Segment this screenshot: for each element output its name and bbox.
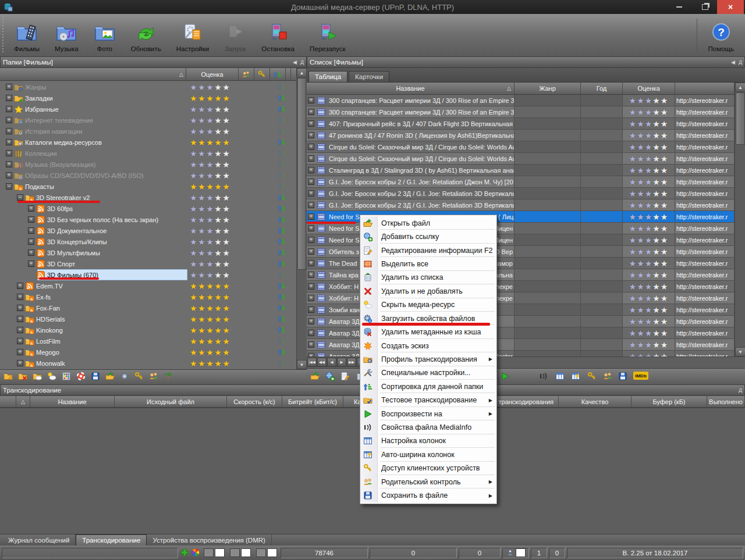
- table-row[interactable]: +300 спартанцев: Расцвет империи 3Д / 30…: [307, 95, 735, 106]
- bottom-tab-1[interactable]: Транскодирование: [76, 534, 147, 545]
- table-cell-rating[interactable]: ★★★★★: [623, 130, 675, 141]
- media-url-link[interactable]: http://stereotraker.r: [676, 318, 728, 325]
- table-cell-name[interactable]: +300 спартанцев: Расцвет империи 3Д / 30…: [307, 106, 515, 118]
- фото-button[interactable]: Фото: [87, 15, 123, 55]
- tree-scroll-down-icon[interactable]: ▼: [297, 360, 307, 369]
- transcoding-column-Исходный файл[interactable]: Исходный файл: [115, 396, 227, 407]
- table-cell-year[interactable]: [581, 281, 623, 293]
- tree-item[interactable]: +История навигации★★★★★: [0, 126, 307, 137]
- table-row[interactable]: +47 ронинов 3Д / 47 Ronin 3D ( Лицензия …: [307, 130, 735, 141]
- table-cell-url[interactable]: http://stereotraker.r: [675, 106, 735, 118]
- table-cell-rating[interactable]: ★★★★★: [623, 188, 675, 199]
- table-cell-genre[interactable]: [515, 199, 581, 211]
- table-cell-genre[interactable]: [515, 153, 581, 165]
- key-icon-button[interactable]: [587, 372, 597, 383]
- tree-scrollbar[interactable]: ▲ ▼: [296, 68, 307, 369]
- table-cell-name[interactable]: +G.I. Joe: Бросок кобры 2 / G.I. Joe: Re…: [307, 176, 515, 188]
- media-url-link[interactable]: http://stereotraker.r: [676, 283, 728, 290]
- menu-item[interactable]: Сортировка для данной папки: [360, 380, 496, 393]
- table-cell-year[interactable]: [581, 258, 623, 269]
- expand-plus-icon[interactable]: +: [17, 349, 23, 355]
- table-cell-year[interactable]: [581, 351, 623, 356]
- collapse-list-icon[interactable]: ◀: [731, 59, 735, 65]
- expand-plus-icon[interactable]: +: [308, 155, 314, 162]
- table-cell-url[interactable]: http://stereotraker.r: [675, 258, 735, 269]
- pin-panel-icon[interactable]: Д: [300, 59, 304, 65]
- table-cell-rating[interactable]: ★★★★★: [623, 223, 675, 234]
- tree-name-column[interactable]: △: [0, 68, 186, 80]
- table-cell-genre[interactable]: [515, 246, 581, 258]
- table-cell-rating[interactable]: ★★★★★: [623, 281, 675, 293]
- expand-plus-icon[interactable]: +: [308, 97, 314, 104]
- key-icon-button[interactable]: [134, 372, 144, 383]
- table-cell-genre[interactable]: [515, 351, 581, 356]
- table-cell-year[interactable]: [581, 293, 623, 304]
- color-wheel-icon[interactable]: [191, 548, 200, 558]
- table-row[interactable]: +300 спартанцев: Расцвет империи 3Д / 30…: [307, 106, 735, 118]
- tree-item[interactable]: +Moonwalk★★★★★: [0, 358, 307, 369]
- table-cell-url[interactable]: http://stereotraker.r: [675, 153, 735, 165]
- table-cell-url[interactable]: http://stereotraker.r: [675, 176, 735, 188]
- expand-plus-icon[interactable]: +: [308, 306, 314, 313]
- people-icon-button[interactable]: [149, 372, 158, 383]
- expand-plus-icon[interactable]: +: [308, 272, 314, 278]
- transcoding-column-Буфер (кБ)[interactable]: Буфер (кБ): [632, 396, 707, 407]
- table-cell-year[interactable]: [581, 130, 623, 141]
- table-cell-url[interactable]: http://stereotraker.r: [675, 293, 735, 304]
- expand-plus-icon[interactable]: +: [308, 213, 314, 220]
- table-cell-genre[interactable]: [515, 188, 581, 199]
- minimize-button[interactable]: [669, 0, 689, 14]
- expand-plus-icon[interactable]: +: [28, 216, 34, 223]
- menu-item[interactable]: Тестовое транскодирование▶: [360, 393, 496, 406]
- table-cell-rating[interactable]: ★★★★★: [623, 118, 675, 130]
- pager-button[interactable]: ▶▶: [347, 358, 356, 367]
- expand-plus-icon[interactable]: +: [308, 248, 314, 255]
- media-url-link[interactable]: http://stereotraker.r: [676, 295, 728, 302]
- tree-item[interactable]: +Избранные★★★★★: [0, 104, 307, 115]
- table-cell-genre[interactable]: [515, 165, 581, 176]
- expand-plus-icon[interactable]: +: [17, 327, 23, 333]
- restore-button[interactable]: [695, 0, 715, 14]
- table-cell-url[interactable]: http://stereotraker.r: [675, 304, 735, 316]
- tree-item[interactable]: +Fox-Fan★★★★★: [0, 302, 307, 313]
- tree-item[interactable]: +3D Спорт★★★★★: [0, 258, 307, 269]
- table-cell-year[interactable]: [581, 141, 623, 153]
- expand-plus-icon[interactable]: +: [308, 225, 314, 231]
- tab-таблица[interactable]: Таблица: [308, 71, 347, 82]
- expand-plus-icon[interactable]: +: [6, 172, 12, 179]
- table-cell-url[interactable]: http://stereotraker.r: [675, 188, 735, 199]
- table-cell-name[interactable]: +Cirque du Soleil: Сказочный мир 3Д / Ci…: [307, 153, 515, 165]
- table-cell-genre[interactable]: [515, 339, 581, 351]
- tree-item[interactable]: −Подкасты★★★★★: [0, 181, 307, 192]
- table-cell-url[interactable]: http://stereotraker.r: [675, 281, 735, 293]
- expand-plus-icon[interactable]: +: [28, 249, 34, 256]
- pager-button[interactable]: ◀: [327, 358, 336, 367]
- table-cell-rating[interactable]: ★★★★★: [623, 316, 675, 327]
- настройки-button[interactable]: Настройки: [169, 15, 216, 55]
- tree-item[interactable]: +Kinokong★★★★★: [0, 324, 307, 336]
- table-scroll-thumb[interactable]: [736, 92, 745, 145]
- expand-plus-icon[interactable]: +: [308, 260, 314, 266]
- expand-plus-icon[interactable]: +: [6, 150, 12, 156]
- menu-item[interactable]: Профиль транскодирования▶: [360, 352, 496, 366]
- close-button[interactable]: ×: [717, 0, 744, 14]
- перезапуск-button[interactable]: Перезапуск: [303, 15, 353, 55]
- media-url-link[interactable]: http://stereotraker.r: [676, 109, 728, 116]
- transcoding-column-Выполнено[interactable]: Выполнено: [707, 396, 745, 407]
- table-cell-genre[interactable]: [515, 95, 581, 106]
- menu-item[interactable]: Удалить из списка: [360, 271, 496, 284]
- server-status-icon[interactable]: [180, 548, 189, 558]
- weather-hide-icon-button[interactable]: [47, 372, 56, 383]
- transcoding-column-Скорость (к/с)[interactable]: Скорость (к/с): [227, 396, 282, 407]
- save-icon-button[interactable]: [618, 372, 627, 383]
- media-url-link[interactable]: http://stereotraker.r: [676, 97, 728, 104]
- table-cell-year[interactable]: [581, 339, 623, 351]
- table-cell-rating[interactable]: ★★★★★: [623, 95, 675, 106]
- table-cell-year[interactable]: [581, 304, 623, 316]
- table-cell-rating[interactable]: ★★★★★: [623, 176, 675, 188]
- обновить-button[interactable]: Обновить: [124, 15, 168, 55]
- expand-plus-icon[interactable]: +: [308, 318, 314, 324]
- table-cell-genre[interactable]: [515, 234, 581, 246]
- expand-plus-icon[interactable]: +: [308, 330, 314, 336]
- palm-icon-button[interactable]: [164, 372, 173, 383]
